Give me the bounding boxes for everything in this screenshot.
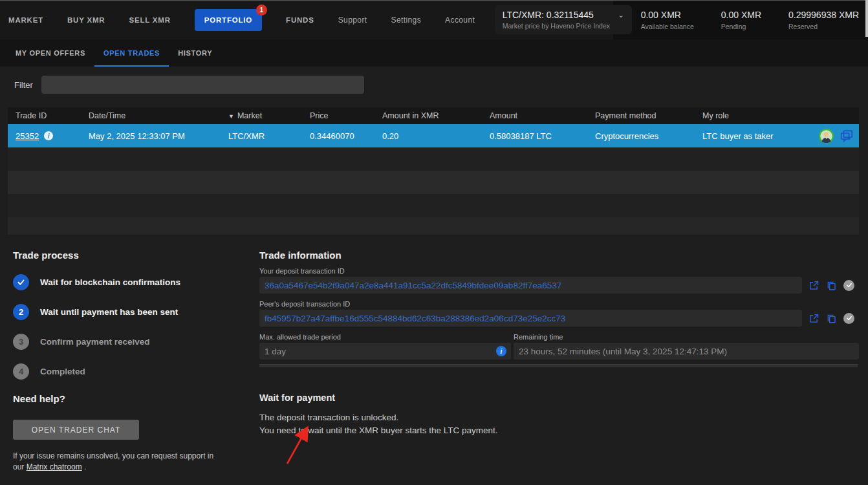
trade-my-role-cell: LTC buyer as taker: [695, 129, 859, 144]
header-payment-method[interactable]: Payment method: [587, 111, 695, 120]
market-price-selector[interactable]: LTC/XMR: 0.32115445 ⌄ Market price by Ha…: [495, 5, 632, 34]
trade-datetime: May 2, 2025 12:33:07 PM: [81, 131, 221, 141]
step-4-circle: 4: [13, 363, 29, 380]
step-wait-blockchain: Wait for blockchain confirmations: [13, 274, 252, 290]
trader-chat-icon[interactable]: [840, 129, 854, 143]
header-amount-xmr[interactable]: Amount in XMR: [374, 111, 482, 120]
step-completed: 4 Completed: [13, 363, 252, 380]
tab-my-open-offers[interactable]: MY OPEN OFFERS: [6, 39, 94, 67]
step-2-label: Wait until payment has been sent: [40, 307, 178, 317]
open-explorer-icon[interactable]: [808, 280, 819, 291]
header-trade-id[interactable]: Trade ID: [8, 111, 81, 120]
trade-period-row: Max. allowed trade period 1 day i Remain…: [259, 327, 859, 360]
remaining-time-value: 23 hours, 52 minutes (until May 3, 2025 …: [519, 347, 727, 356]
trade-price: 0.34460070: [302, 131, 374, 141]
wait-line-1: The deposit transaction is unlocked.: [259, 411, 859, 424]
copy-icon[interactable]: [826, 280, 837, 291]
peer-deposit-label: Peer's deposit transaction ID: [259, 300, 859, 308]
filter-input[interactable]: [41, 76, 364, 94]
trade-row-selected[interactable]: 25352 i May 2, 2025 12:33:07 PM LTC/XMR …: [8, 124, 859, 147]
nav-account[interactable]: Account: [445, 16, 475, 25]
remaining-time-group: Remaining time 23 hours, 52 minutes (unt…: [514, 327, 859, 360]
header-my-role[interactable]: My role: [695, 111, 859, 120]
nav-sell-xmr[interactable]: SELL XMR: [129, 16, 170, 24]
header-market-label: Market: [237, 111, 262, 120]
market-price-value: LTC/XMR: 0.32115445: [503, 10, 594, 20]
trade-period-info-icon[interactable]: i: [496, 346, 506, 356]
nav-portfolio[interactable]: PORTFOLIO 1: [195, 9, 262, 31]
trade-period-field: 1 day i: [259, 343, 511, 360]
filter-label: Filter: [14, 80, 33, 90]
pending-stat: 0.00 XMR Pending: [721, 10, 761, 30]
available-balance-value: 0.00 XMR: [641, 10, 694, 20]
trade-process-title: Trade process: [13, 250, 252, 261]
portfolio-subtabs: MY OPEN OFFERS OPEN TRADES HISTORY: [0, 39, 868, 67]
open-explorer-icon[interactable]: [808, 313, 819, 324]
copy-icon[interactable]: [826, 313, 837, 324]
trade-process-panel: Trade process Wait for blockchain confir…: [13, 246, 252, 473]
empty-table-row: [8, 171, 859, 194]
available-balance-stat: 0.00 XMR Available balance: [641, 10, 694, 30]
empty-table-row: [8, 217, 859, 235]
your-deposit-row: [259, 277, 859, 294]
trade-info-icon[interactable]: i: [44, 131, 53, 140]
step-3-circle: 3: [13, 334, 29, 350]
need-help-title: Need help?: [13, 393, 252, 404]
step-2-circle: 2: [13, 304, 29, 320]
topbar-stats: LTC/XMR: 0.32115445 ⌄ Market price by Ha…: [495, 0, 862, 39]
trade-period-progress-bar: [259, 364, 858, 367]
wait-line-2: You need to wait until the XMR buyer sta…: [259, 424, 859, 437]
step-wait-payment-sent: 2 Wait until payment has been sent: [13, 304, 252, 320]
tab-open-trades[interactable]: OPEN TRADES: [94, 39, 169, 67]
open-trades-table: Trade ID Date/Time ▼Market Price Amount …: [8, 107, 859, 235]
help-note: If your issue remains unsolved, you can …: [13, 451, 226, 473]
step-4-label: Completed: [40, 367, 85, 376]
peer-deposit-row: [259, 310, 859, 327]
tab-history[interactable]: HISTORY: [169, 39, 221, 67]
matrix-chatroom-link[interactable]: Matrix chatroom: [27, 462, 82, 471]
nav-buy-xmr[interactable]: BUY XMR: [67, 16, 105, 24]
step-3-label: Confirm payment received: [40, 337, 150, 347]
peer-deposit-txid-field[interactable]: [259, 310, 802, 327]
table-header-row: Trade ID Date/Time ▼Market Price Amount …: [8, 107, 859, 124]
wait-for-payment-text: The deposit transaction is unlocked. You…: [259, 411, 859, 436]
nav-portfolio-label: PORTFOLIO: [204, 16, 252, 24]
header-price[interactable]: Price: [302, 111, 374, 120]
reserved-stat: 0.29996938 XMR Reserved: [788, 10, 859, 30]
step-1-check-icon: [13, 274, 29, 290]
pending-value: 0.00 XMR: [721, 10, 761, 20]
your-deposit-txid-field[interactable]: [259, 277, 802, 294]
trade-period-label: Max. allowed trade period: [259, 333, 511, 341]
trade-id-cell: 25352 i: [8, 131, 81, 141]
trade-id-link[interactable]: 25352: [16, 131, 39, 141]
header-amount[interactable]: Amount: [482, 111, 587, 120]
nav-support[interactable]: Support: [338, 16, 367, 25]
help-note-suffix: .: [84, 462, 86, 471]
trade-market: LTC/XMR: [221, 131, 302, 141]
portfolio-notification-badge: 1: [256, 5, 267, 16]
trade-amount-xmr: 0.20: [374, 131, 482, 141]
market-price-source: Market price by Haveno Price Index: [503, 22, 624, 30]
trade-information-panel: Trade information Your deposit transacti…: [259, 246, 859, 436]
wait-for-payment-title: Wait for payment: [259, 393, 859, 403]
remaining-time-label: Remaining time: [514, 333, 859, 341]
nav-funds[interactable]: FUNDS: [286, 16, 314, 24]
sort-desc-icon: ▼: [228, 113, 234, 120]
peer-avatar[interactable]: [819, 129, 834, 144]
remaining-time-field: 23 hours, 52 minutes (until May 3, 2025 …: [514, 343, 859, 360]
trade-process-steps: Wait for blockchain confirmations 2 Wait…: [13, 274, 252, 380]
open-trader-chat-button[interactable]: OPEN TRADER CHAT: [13, 420, 139, 440]
header-date-time[interactable]: Date/Time: [81, 111, 221, 120]
header-market[interactable]: ▼Market: [221, 111, 302, 120]
step-1-label: Wait for blockchain confirmations: [40, 277, 180, 287]
nav-settings[interactable]: Settings: [391, 16, 422, 25]
trade-payment-method: Cryptocurrencies: [587, 131, 695, 141]
reserved-label: Reserved: [788, 23, 859, 30]
available-balance-label: Available balance: [641, 23, 694, 30]
nav-market[interactable]: MARKET: [8, 16, 43, 24]
confirmed-check-icon: [843, 280, 854, 291]
trade-period-group: Max. allowed trade period 1 day i: [259, 327, 511, 360]
your-deposit-label: Your deposit transaction ID: [259, 267, 859, 275]
window-top-edge: [0, 0, 868, 1]
trade-period-value: 1 day: [265, 347, 286, 356]
